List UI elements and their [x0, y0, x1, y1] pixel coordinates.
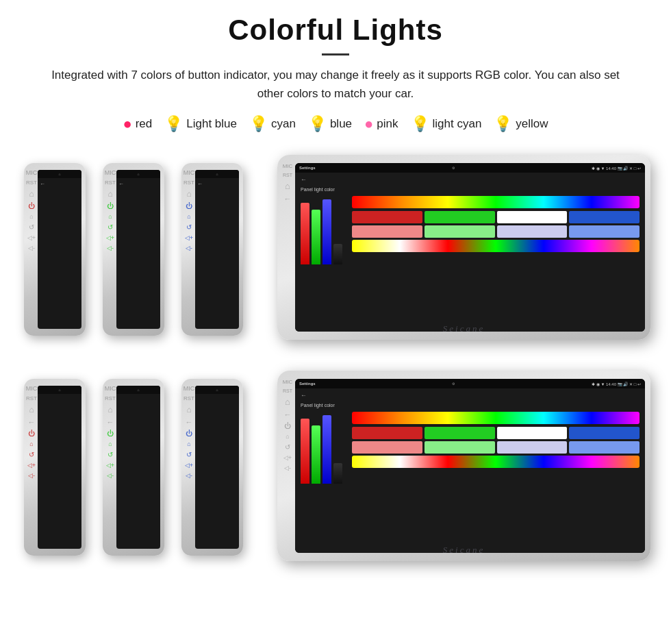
small-device-3: MIC RST ⌂ ⏻ ⌂ ↺ ◁+ ◁- ⌂ ← — [181, 163, 243, 336]
rst-label-1: RST — [26, 179, 37, 186]
vol2-icon-2: ◁- — [107, 245, 114, 251]
home2-icon-2: ⌂ — [108, 213, 112, 220]
sw-lgreen-bottom — [425, 441, 495, 454]
screen-b2: ⌂ — [116, 386, 160, 549]
vol2-b3: ◁- — [186, 472, 192, 479]
rst-label-2: RST — [105, 179, 116, 186]
main-device-bottom: MIC RST ⌂ ← ⏻ ⌂ ↺ ◁+ ◁- Settings ⚙ ✱ ◉ ▼… — [277, 371, 650, 561]
top-device-row: MIC RST ⌂ ⏻ ⌂ ↺ ◁+ ◁- ⌂ ← MIC RST ⌂ — [21, 148, 650, 350]
left-controls-1: MIC RST ⌂ ⏻ ⌂ ↺ ◁+ ◁- — [27, 170, 36, 251]
main-vol-bottom: ◁+ — [283, 454, 292, 461]
main-home-bottom: ⌂ — [285, 397, 290, 407]
settings-title-bottom: Settings — [299, 382, 316, 386]
bar-dark-bottom — [333, 463, 342, 484]
arrow-b2: ← — [107, 418, 114, 426]
power-icon-3: ⏻ — [186, 202, 192, 210]
back-b2: ↺ — [107, 451, 113, 458]
color-label-pink: pink — [377, 117, 398, 131]
pink-bulb-icon: ● — [364, 115, 373, 133]
back-icon-2: ↺ — [107, 223, 113, 231]
bar-blue-top — [322, 199, 331, 264]
home-b3: ⌂ — [186, 405, 191, 414]
panel-label-top: Panel light color — [301, 187, 640, 192]
arrow-1: ← — [40, 181, 79, 187]
sw-lred-bottom — [352, 441, 422, 454]
color-item-lightcyan: 💡 light cyan — [411, 115, 482, 133]
panel-label-bottom: Panel light color — [301, 403, 640, 408]
small-device-b3: MIC RST ⌂ ← ⏻ ⌂ ↺ ◁+ ◁- ⌂ — [181, 379, 243, 556]
power-icon-2: ⏻ — [107, 202, 114, 210]
arrow-3: ← — [197, 181, 237, 187]
left-controls-b1: MIC RST ⌂ ← ⏻ ⌂ ↺ ◁+ ◁- — [27, 386, 36, 479]
main-vol2-bottom: ◁- — [284, 465, 291, 471]
rainbow-bottom — [352, 412, 640, 424]
main-home2-bottom: ⌂ — [286, 433, 289, 440]
left-controls-b3: MIC RST ⌂ ← ⏻ ⌂ ↺ ◁+ ◁- — [184, 386, 194, 479]
screen-1: ⌂ ← — [38, 170, 81, 329]
back-icon-3: ↺ — [186, 223, 192, 231]
small-device-1: MIC RST ⌂ ⏻ ⌂ ↺ ◁+ ◁- ⌂ ← — [24, 163, 86, 336]
red-bulb-icon: ● — [123, 115, 131, 133]
screen-3: ⌂ ← — [195, 170, 239, 329]
main-rst-bottom: RST — [283, 388, 292, 393]
swatch-row2-bottom — [352, 441, 640, 454]
sw-green-bottom — [425, 427, 495, 439]
main-screen-body-top: ← Panel light color — [295, 173, 645, 332]
bar-red-bottom — [301, 419, 309, 484]
rst-b3: RST — [183, 395, 194, 401]
back-b1: ↺ — [29, 451, 34, 458]
yellow-bulb-icon: 💡 — [494, 115, 512, 133]
swatch-row1-bottom — [352, 427, 640, 439]
color-item-cyan: 💡 cyan — [249, 115, 296, 133]
back-b3: ↺ — [186, 451, 192, 458]
main-rst-top: RST — [283, 173, 292, 177]
title-divider — [322, 53, 349, 55]
rst-label-3: RST — [183, 179, 194, 186]
sw-lgray-bottom — [497, 441, 568, 454]
sw-lgray-top — [497, 225, 568, 238]
main-home-top: ⌂ — [285, 181, 290, 191]
sw-lblue-top — [569, 225, 640, 238]
screen-body-3: ← — [195, 178, 239, 191]
swatch-row1-top — [352, 211, 640, 223]
color-label-yellow: yellow — [516, 117, 548, 131]
sb-b3: ⌂ — [195, 386, 239, 394]
mic-b3: MIC — [183, 386, 195, 392]
arrow-b3: ← — [186, 418, 193, 426]
main-statusbar-bottom: Settings ⚙ ✱ ◉ ▼ 14:40 📷 🔊 ✕ □ ↩ — [295, 379, 645, 388]
small-device-b2: MIC RST ⌂ ← ⏻ ⌂ ↺ ◁+ ◁- ⌂ — [103, 379, 164, 556]
main-mic-top: MIC — [283, 163, 293, 169]
pow-b2: ⏻ — [107, 430, 114, 437]
sw-blue-top — [569, 211, 640, 223]
pow-b1: ⏻ — [28, 430, 35, 437]
sw-white-top — [497, 211, 568, 223]
rainbow-top — [352, 196, 640, 208]
vol-b1: ◁+ — [27, 462, 36, 469]
sw-blue-bottom — [569, 427, 640, 439]
home2-icon-3: ⌂ — [187, 213, 190, 220]
vol2-icon-1: ◁- — [28, 245, 35, 251]
color-item-lightblue: 💡 Light blue — [164, 115, 237, 133]
sw-white-bottom — [497, 427, 568, 439]
main-screen-bottom: Settings ⚙ ✱ ◉ ▼ 14:40 📷 🔊 ✕ □ ↩ ← Panel… — [295, 379, 645, 553]
color-panel-bottom — [301, 412, 640, 484]
arrow-2: ← — [118, 181, 158, 187]
home-icon-2: ⌂ — [107, 189, 112, 199]
arrow-b1: ← — [28, 418, 36, 426]
vol2-b2: ◁- — [107, 472, 114, 479]
screen-b1: ⌂ — [38, 386, 81, 549]
color-label-red: red — [136, 117, 153, 131]
color-panel-top — [301, 196, 640, 264]
settings-icon-top: ⚙ — [452, 166, 455, 170]
color-label-lightcyan: light cyan — [433, 117, 482, 131]
main-pow-bottom: ⏻ — [284, 422, 291, 430]
main-back-top: ← — [301, 176, 640, 183]
vol-b2: ◁+ — [106, 462, 114, 469]
small-device-b1: MIC RST ⌂ ← ⏻ ⌂ ↺ ◁+ ◁- ⌂ — [24, 379, 86, 556]
left-controls-b2: MIC RST ⌂ ← ⏻ ⌂ ↺ ◁+ ◁- — [105, 386, 115, 479]
main-arrow-top: ← — [284, 195, 292, 203]
main-screen-top: Settings ⚙ ✱ ◉ ▼ 14:40 📷 🔊 ✕ □ ↩ ← Panel… — [295, 163, 645, 332]
home-b1: ⌂ — [29, 405, 34, 414]
bar-blue-bottom — [322, 415, 331, 484]
color-label-cyan: cyan — [271, 117, 296, 131]
